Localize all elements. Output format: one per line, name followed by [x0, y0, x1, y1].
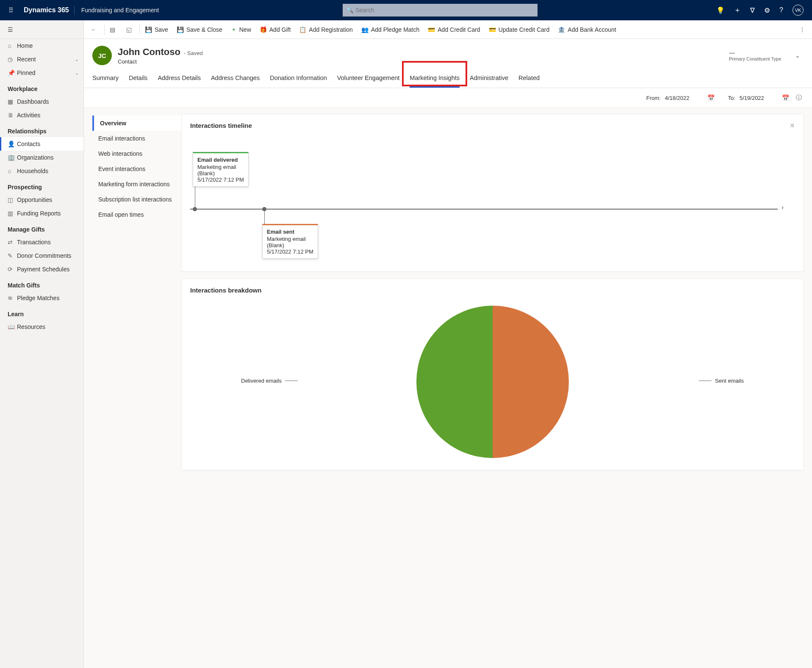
nav-recent[interactable]: ◷Recent⌄ — [0, 52, 83, 66]
settings-icon[interactable]: ⚙ — [764, 6, 770, 14]
subnav-event-interactions[interactable]: Event interactions — [92, 161, 181, 177]
contact-icon: 👤 — [8, 141, 17, 147]
more-commands-button[interactable]: ⋮ — [795, 26, 809, 33]
pin-icon: 📌 — [8, 69, 17, 76]
add-registration-button[interactable]: 📋Add Registration — [295, 20, 357, 39]
subnav-web-interactions[interactable]: Web interactions — [92, 146, 181, 161]
subnav-email-interactions[interactable]: Email interactions — [92, 131, 181, 146]
timeline-event-delivered[interactable]: Email delivered Marketing email (Blank) … — [193, 152, 249, 187]
nav-label: Pledge Matches — [17, 295, 59, 301]
to-date-value[interactable]: 5/19/2022 — [740, 95, 778, 101]
filter-icon[interactable]: ∇ — [750, 6, 755, 14]
add-pledge-match-button[interactable]: 👥Add Pledge Match — [357, 20, 424, 39]
nav-pledge-matches[interactable]: ≋Pledge Matches — [0, 291, 83, 305]
nav-heading-manage-gifts: Manage Gifts — [0, 220, 83, 235]
timeline-next-button[interactable]: › — [782, 204, 784, 211]
nav-households[interactable]: ⌂Households — [0, 164, 83, 178]
tab-address-details[interactable]: Address Details — [158, 72, 201, 88]
timeline-event-sent[interactable]: Email sent Marketing email (Blank) 5/17/… — [262, 224, 318, 259]
nav-payment-schedules[interactable]: ⟳Payment Schedules — [0, 262, 83, 276]
nav-donor-commitments[interactable]: ✎Donor Commitments — [0, 249, 83, 262]
form-tabs: Summary Details Address Details Address … — [84, 68, 812, 88]
subnav-overview[interactable]: Overview — [92, 116, 181, 131]
brand-divider — [74, 6, 75, 15]
brand-bar: ⠿ Dynamics 365 Fundraising and Engagemen… — [0, 0, 812, 20]
app-launcher-icon[interactable]: ⠿ — [3, 6, 19, 14]
nav-label: Transactions — [17, 239, 51, 246]
brand-name[interactable]: Dynamics 365 — [19, 6, 74, 14]
opportunity-icon: ◫ — [8, 196, 17, 203]
global-search-input[interactable] — [343, 4, 538, 17]
from-date-value[interactable]: 4/18/2022 — [665, 95, 703, 101]
plus-icon: ＋ — [231, 26, 237, 33]
interactions-timeline-card: ⤭ Interactions timeline › Email delivere… — [181, 114, 804, 272]
header-expand-button[interactable]: ⌄ — [792, 50, 804, 61]
nav-home[interactable]: ⌂Home — [0, 39, 83, 52]
back-button[interactable]: ← — [86, 20, 103, 39]
insights-panel: From: 4/18/2022 📅 To: 5/19/2022 📅 ⓘ Over… — [84, 88, 812, 668]
primary-constituent-type-field[interactable]: --- Primary Constituent Type — [729, 50, 788, 61]
tab-address-changes[interactable]: Address Changes — [211, 72, 260, 88]
subnav-email-open-times[interactable]: Email open times — [92, 207, 181, 222]
tl-event-line: (Blank) — [267, 242, 313, 248]
shuffle-icon[interactable]: ⤭ — [790, 122, 795, 129]
book-icon: 📖 — [8, 323, 17, 330]
module-name[interactable]: Fundraising and Engagement — [76, 7, 164, 14]
nav-opportunities[interactable]: ◫Opportunities — [0, 193, 83, 207]
record-list-button[interactable]: ▤ — [105, 20, 122, 39]
nav-contacts[interactable]: 👤Contacts — [0, 137, 83, 151]
save-button[interactable]: 💾Save — [141, 20, 172, 39]
open-new-window-button[interactable]: ◱ — [122, 20, 139, 39]
add-credit-card-button[interactable]: 💳Add Credit Card — [424, 20, 484, 39]
add-bank-account-button[interactable]: 🏦Add Bank Account — [554, 20, 620, 39]
nav-label: Dashboards — [17, 98, 49, 105]
tab-administrative[interactable]: Administrative — [470, 72, 508, 88]
popout-icon: ◱ — [126, 26, 132, 33]
update-credit-card-button[interactable]: 💳Update Credit Card — [485, 20, 554, 39]
calendar-icon[interactable]: 📅 — [782, 94, 789, 101]
nav-dashboards[interactable]: ▦Dashboards — [0, 95, 83, 108]
nav-label: Recent — [17, 56, 36, 63]
info-icon[interactable]: ⓘ — [796, 94, 802, 102]
save-close-icon: 💾 — [177, 26, 184, 33]
tab-summary[interactable]: Summary — [92, 72, 119, 88]
home-icon: ⌂ — [8, 42, 17, 49]
tab-related[interactable]: Related — [518, 72, 540, 88]
pledge-match-icon: ≋ — [8, 295, 17, 301]
tab-details[interactable]: Details — [129, 72, 147, 88]
recent-icon: ◷ — [8, 56, 17, 63]
add-gift-button[interactable]: 🎁Add Gift — [255, 20, 295, 39]
nav-heading-match-gifts: Match Gifts — [0, 276, 83, 291]
insight-subnav: Overview Email interactions Web interact… — [92, 108, 181, 470]
add-icon[interactable]: ＋ — [734, 6, 741, 15]
nav-resources[interactable]: 📖Resources — [0, 320, 83, 334]
tab-donation-information[interactable]: Donation Information — [270, 72, 327, 88]
calendar-icon[interactable]: 📅 — [707, 94, 715, 101]
tab-volunteer-engagement[interactable]: Volunteer Engagement — [337, 72, 400, 88]
saved-indicator: - Saved — [184, 50, 203, 56]
interactions-breakdown-card: Interactions breakdown Delivered emails … — [181, 279, 804, 470]
nav-funding-reports[interactable]: ▥Funding Reports — [0, 207, 83, 220]
lightbulb-icon[interactable]: 💡 — [716, 6, 725, 14]
list-icon: ▤ — [110, 26, 115, 33]
hamburger-button[interactable]: ☰ — [0, 20, 83, 39]
help-icon[interactable]: ? — [779, 6, 783, 14]
save-close-button[interactable]: 💾Save & Close — [172, 20, 227, 39]
from-label: From: — [646, 95, 661, 101]
nav-activities[interactable]: 🗎Activities — [0, 108, 83, 122]
nav-label: Funding Reports — [17, 210, 61, 217]
nav-transactions[interactable]: ⇄Transactions — [0, 235, 83, 249]
tab-marketing-insights[interactable]: Marketing Insights — [410, 72, 460, 88]
subnav-marketing-form-interactions[interactable]: Marketing form interactions — [92, 177, 181, 192]
tl-event-ts: 5/17/2022 7:12 PM — [197, 177, 244, 183]
record-header: JC John Contoso - Saved Contact --- Prim… — [84, 39, 812, 68]
nav-heading-learn: Learn — [0, 305, 83, 320]
user-avatar[interactable]: VK — [793, 5, 804, 16]
cb-label: Add Registration — [309, 26, 353, 33]
cb-label: Save — [155, 26, 168, 33]
subnav-subscription-list-interactions[interactable]: Subscription list interactions — [92, 192, 181, 207]
nav-organizations[interactable]: 🏢Organizations — [0, 151, 83, 164]
new-button[interactable]: ＋New — [227, 20, 255, 39]
timeline-title: Interactions timeline — [190, 122, 795, 129]
nav-pinned[interactable]: 📌Pinned⌄ — [0, 66, 83, 80]
